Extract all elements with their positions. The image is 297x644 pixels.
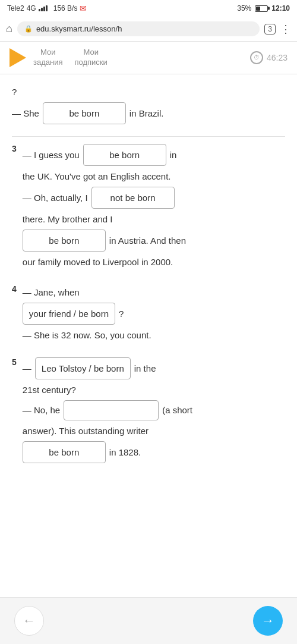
line-4-1: — Jane, when: [23, 284, 285, 300]
line-3-6: our family moved to Liverpool in 2000.: [23, 254, 285, 270]
url-bar[interactable]: 🔒 edu.skysmart.ru/lesson/h: [17, 21, 260, 36]
line-5-4: answer). This outstanding writer: [23, 423, 285, 439]
line-4-3: — She is 32 now. So, you count.: [23, 327, 285, 343]
line-3-4: there. My brother and I: [23, 211, 285, 227]
line-question-mark: ?: [12, 84, 285, 100]
line-5-3: — No, he (a short: [23, 400, 285, 420]
main-content: ? — She be born in Brazil. 3 — I guess y…: [0, 74, 297, 597]
tab-badge[interactable]: 3: [264, 24, 276, 34]
url-text: edu.skysmart.ru/lesson/h: [36, 24, 122, 33]
timer-value: 46:23: [267, 53, 287, 62]
line-3-3: — Oh, actually, I not be born: [23, 187, 285, 209]
menu-dots[interactable]: ⋮: [280, 23, 291, 36]
status-right: 35% 12:10: [237, 4, 290, 12]
tab-my-tasks[interactable]: Мои задания: [33, 48, 63, 68]
line-3-2: the UK. You've got an English accent.: [23, 168, 285, 184]
nav-tabs: Мои задания Мои подписки: [33, 48, 243, 68]
answer-box-not-born[interactable]: not be born: [91, 187, 175, 209]
line-brazil: — She be born in Brazil.: [12, 102, 285, 124]
line-3-5: be born in Austria. And then: [23, 230, 285, 252]
status-left: Tele2 4G 156 B/s ✉: [7, 4, 87, 13]
answer-box-empty[interactable]: [64, 400, 159, 420]
exercise-num-5: 5: [12, 357, 17, 367]
battery-percent: 35%: [237, 4, 251, 12]
answer-box-born-uk[interactable]: be born: [83, 144, 166, 166]
app-header: Мои задания Мои подписки ⏱ 46:23: [0, 42, 297, 74]
clock-icon: ⏱: [250, 51, 263, 64]
browser-bar: ⌂ 🔒 edu.skysmart.ru/lesson/h 3 ⋮: [0, 17, 297, 42]
speed-label: 156 B/s: [53, 4, 78, 12]
exercise-top: ? — She be born in Brazil.: [12, 84, 285, 124]
carrier-label: Tele2: [7, 4, 24, 12]
status-bar: Tele2 4G 156 B/s ✉ 35% 12:10: [0, 0, 297, 17]
line-5-5: be born in 1828.: [23, 441, 285, 463]
line-5-2: 21st century?: [23, 382, 285, 398]
answer-box-tolstoy-born[interactable]: Leo Tolstoy / be born: [35, 357, 131, 379]
signal-bars: [39, 5, 48, 11]
back-button[interactable]: ←: [14, 606, 44, 636]
mail-icon: ✉: [80, 4, 87, 13]
exercise-num-3: 3: [12, 144, 17, 153]
lock-icon: 🔒: [24, 25, 33, 33]
exercise-num-4: 4: [12, 284, 17, 294]
network-type: 4G: [27, 4, 36, 12]
home-button[interactable]: ⌂: [6, 23, 12, 35]
time-label: 12:10: [271, 4, 290, 12]
exercise-4: 4 — Jane, when your friend / be born ? —…: [12, 284, 285, 345]
bottom-nav: ← →: [0, 597, 297, 644]
timer-section: ⏱ 46:23: [250, 51, 287, 64]
answer-box-born-austria[interactable]: be born: [23, 230, 106, 252]
answer-box-born-1828[interactable]: be born: [23, 441, 106, 463]
battery-icon: [255, 5, 268, 12]
line-3-1: — I guess you be born in: [23, 144, 285, 166]
exercise-5: 5 — Leo Tolstoy / be born in the 21st ce…: [12, 357, 285, 466]
exercise-3: 3 — I guess you be born in the UK. You'v…: [12, 144, 285, 272]
line-4-2: your friend / be born ?: [23, 303, 285, 325]
answer-box-friend-born[interactable]: your friend / be born: [23, 303, 115, 325]
answer-box-born-brazil[interactable]: be born: [43, 102, 126, 124]
line-5-1: — Leo Tolstoy / be born in the: [23, 357, 285, 379]
forward-button[interactable]: →: [253, 606, 283, 636]
logo-icon: [10, 48, 26, 67]
tab-my-subscriptions[interactable]: Мои подписки: [75, 48, 108, 68]
